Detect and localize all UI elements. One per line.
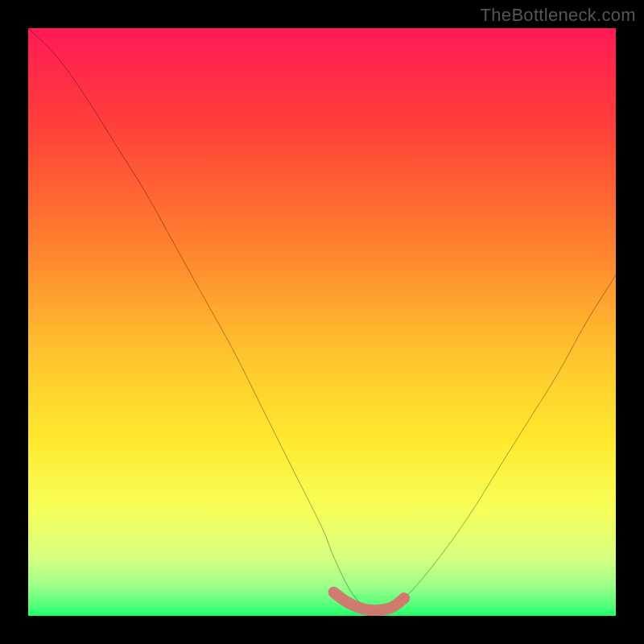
watermark-text: TheBottleneck.com bbox=[481, 5, 636, 26]
curve-layer bbox=[28, 28, 616, 616]
valley-highlight bbox=[334, 592, 405, 610]
plot-area bbox=[28, 28, 616, 616]
bottleneck-curve bbox=[28, 28, 616, 612]
chart-frame: TheBottleneck.com bbox=[0, 0, 644, 644]
